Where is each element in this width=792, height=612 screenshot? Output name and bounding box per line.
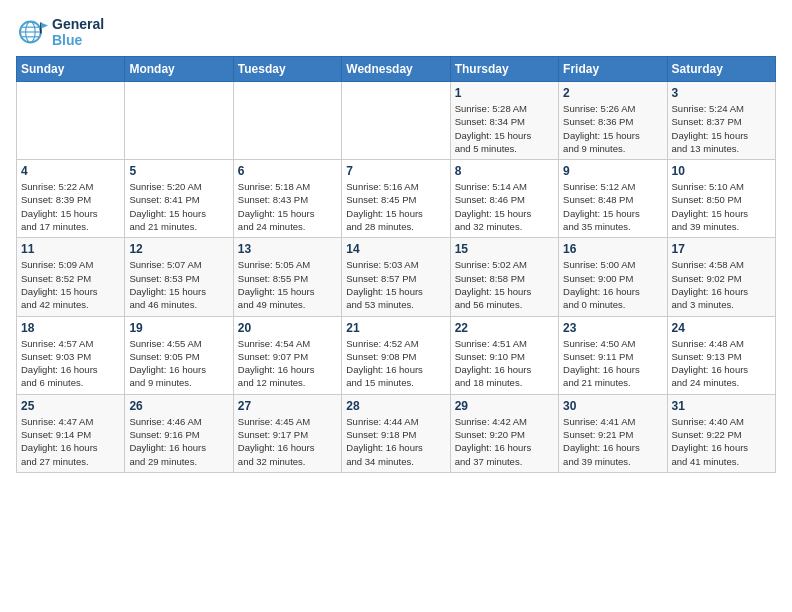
calendar-cell: 19Sunrise: 4:55 AMSunset: 9:05 PMDayligh… [125,316,233,394]
day-number: 18 [21,321,120,335]
calendar-cell: 4Sunrise: 5:22 AMSunset: 8:39 PMDaylight… [17,160,125,238]
calendar-cell [233,82,341,160]
day-number: 28 [346,399,445,413]
calendar-cell: 23Sunrise: 4:50 AMSunset: 9:11 PMDayligh… [559,316,667,394]
calendar-cell: 30Sunrise: 4:41 AMSunset: 9:21 PMDayligh… [559,394,667,472]
weekday-header: Sunday [17,57,125,82]
day-info: Sunrise: 4:50 AMSunset: 9:11 PMDaylight:… [563,337,662,390]
day-info: Sunrise: 5:12 AMSunset: 8:48 PMDaylight:… [563,180,662,233]
calendar-cell: 18Sunrise: 4:57 AMSunset: 9:03 PMDayligh… [17,316,125,394]
day-info: Sunrise: 5:28 AMSunset: 8:34 PMDaylight:… [455,102,554,155]
calendar-cell: 31Sunrise: 4:40 AMSunset: 9:22 PMDayligh… [667,394,775,472]
day-info: Sunrise: 4:41 AMSunset: 9:21 PMDaylight:… [563,415,662,468]
day-info: Sunrise: 5:14 AMSunset: 8:46 PMDaylight:… [455,180,554,233]
day-number: 29 [455,399,554,413]
day-info: Sunrise: 5:00 AMSunset: 9:00 PMDaylight:… [563,258,662,311]
calendar-cell: 21Sunrise: 4:52 AMSunset: 9:08 PMDayligh… [342,316,450,394]
day-info: Sunrise: 4:48 AMSunset: 9:13 PMDaylight:… [672,337,771,390]
calendar-cell: 29Sunrise: 4:42 AMSunset: 9:20 PMDayligh… [450,394,558,472]
calendar-cell: 11Sunrise: 5:09 AMSunset: 8:52 PMDayligh… [17,238,125,316]
day-number: 19 [129,321,228,335]
day-info: Sunrise: 5:10 AMSunset: 8:50 PMDaylight:… [672,180,771,233]
day-info: Sunrise: 4:40 AMSunset: 9:22 PMDaylight:… [672,415,771,468]
calendar-cell: 1Sunrise: 5:28 AMSunset: 8:34 PMDaylight… [450,82,558,160]
calendar-body: 1Sunrise: 5:28 AMSunset: 8:34 PMDaylight… [17,82,776,473]
day-number: 13 [238,242,337,256]
weekday-header: Saturday [667,57,775,82]
day-info: Sunrise: 5:05 AMSunset: 8:55 PMDaylight:… [238,258,337,311]
day-info: Sunrise: 5:18 AMSunset: 8:43 PMDaylight:… [238,180,337,233]
day-number: 22 [455,321,554,335]
day-number: 17 [672,242,771,256]
calendar-cell: 7Sunrise: 5:16 AMSunset: 8:45 PMDaylight… [342,160,450,238]
day-info: Sunrise: 4:57 AMSunset: 9:03 PMDaylight:… [21,337,120,390]
weekday-header: Friday [559,57,667,82]
day-number: 11 [21,242,120,256]
day-info: Sunrise: 5:20 AMSunset: 8:41 PMDaylight:… [129,180,228,233]
logo-icon [16,16,48,48]
calendar-cell: 25Sunrise: 4:47 AMSunset: 9:14 PMDayligh… [17,394,125,472]
logo-text: General Blue [52,16,104,48]
logo: General Blue [16,16,104,48]
day-number: 27 [238,399,337,413]
day-number: 15 [455,242,554,256]
day-number: 7 [346,164,445,178]
calendar-cell [125,82,233,160]
calendar-cell: 22Sunrise: 4:51 AMSunset: 9:10 PMDayligh… [450,316,558,394]
calendar-cell [17,82,125,160]
calendar-cell [342,82,450,160]
day-number: 3 [672,86,771,100]
calendar-cell: 16Sunrise: 5:00 AMSunset: 9:00 PMDayligh… [559,238,667,316]
day-number: 1 [455,86,554,100]
day-number: 9 [563,164,662,178]
weekday-header: Monday [125,57,233,82]
day-number: 20 [238,321,337,335]
calendar-cell: 17Sunrise: 4:58 AMSunset: 9:02 PMDayligh… [667,238,775,316]
day-info: Sunrise: 4:51 AMSunset: 9:10 PMDaylight:… [455,337,554,390]
day-number: 4 [21,164,120,178]
calendar-cell: 26Sunrise: 4:46 AMSunset: 9:16 PMDayligh… [125,394,233,472]
day-info: Sunrise: 5:26 AMSunset: 8:36 PMDaylight:… [563,102,662,155]
day-info: Sunrise: 5:24 AMSunset: 8:37 PMDaylight:… [672,102,771,155]
day-number: 6 [238,164,337,178]
weekday-header: Wednesday [342,57,450,82]
day-info: Sunrise: 4:54 AMSunset: 9:07 PMDaylight:… [238,337,337,390]
calendar-cell: 28Sunrise: 4:44 AMSunset: 9:18 PMDayligh… [342,394,450,472]
page-header: General Blue [16,16,776,48]
day-number: 14 [346,242,445,256]
day-info: Sunrise: 4:52 AMSunset: 9:08 PMDaylight:… [346,337,445,390]
calendar-cell: 2Sunrise: 5:26 AMSunset: 8:36 PMDaylight… [559,82,667,160]
calendar-cell: 6Sunrise: 5:18 AMSunset: 8:43 PMDaylight… [233,160,341,238]
day-info: Sunrise: 4:58 AMSunset: 9:02 PMDaylight:… [672,258,771,311]
day-number: 16 [563,242,662,256]
day-number: 21 [346,321,445,335]
day-info: Sunrise: 5:16 AMSunset: 8:45 PMDaylight:… [346,180,445,233]
day-number: 24 [672,321,771,335]
calendar-cell: 14Sunrise: 5:03 AMSunset: 8:57 PMDayligh… [342,238,450,316]
day-info: Sunrise: 4:46 AMSunset: 9:16 PMDaylight:… [129,415,228,468]
calendar-cell: 12Sunrise: 5:07 AMSunset: 8:53 PMDayligh… [125,238,233,316]
calendar-cell: 27Sunrise: 4:45 AMSunset: 9:17 PMDayligh… [233,394,341,472]
day-info: Sunrise: 4:44 AMSunset: 9:18 PMDaylight:… [346,415,445,468]
day-number: 25 [21,399,120,413]
day-info: Sunrise: 5:22 AMSunset: 8:39 PMDaylight:… [21,180,120,233]
day-info: Sunrise: 4:47 AMSunset: 9:14 PMDaylight:… [21,415,120,468]
weekday-header: Tuesday [233,57,341,82]
day-info: Sunrise: 5:09 AMSunset: 8:52 PMDaylight:… [21,258,120,311]
day-number: 26 [129,399,228,413]
calendar-table: SundayMondayTuesdayWednesdayThursdayFrid… [16,56,776,473]
day-number: 30 [563,399,662,413]
day-info: Sunrise: 5:07 AMSunset: 8:53 PMDaylight:… [129,258,228,311]
calendar-cell: 10Sunrise: 5:10 AMSunset: 8:50 PMDayligh… [667,160,775,238]
day-number: 5 [129,164,228,178]
weekday-header: Thursday [450,57,558,82]
day-number: 8 [455,164,554,178]
calendar-header: SundayMondayTuesdayWednesdayThursdayFrid… [17,57,776,82]
day-number: 10 [672,164,771,178]
calendar-cell: 15Sunrise: 5:02 AMSunset: 8:58 PMDayligh… [450,238,558,316]
calendar-cell: 9Sunrise: 5:12 AMSunset: 8:48 PMDaylight… [559,160,667,238]
svg-marker-7 [41,22,48,28]
day-number: 2 [563,86,662,100]
calendar-cell: 5Sunrise: 5:20 AMSunset: 8:41 PMDaylight… [125,160,233,238]
calendar-cell: 8Sunrise: 5:14 AMSunset: 8:46 PMDaylight… [450,160,558,238]
